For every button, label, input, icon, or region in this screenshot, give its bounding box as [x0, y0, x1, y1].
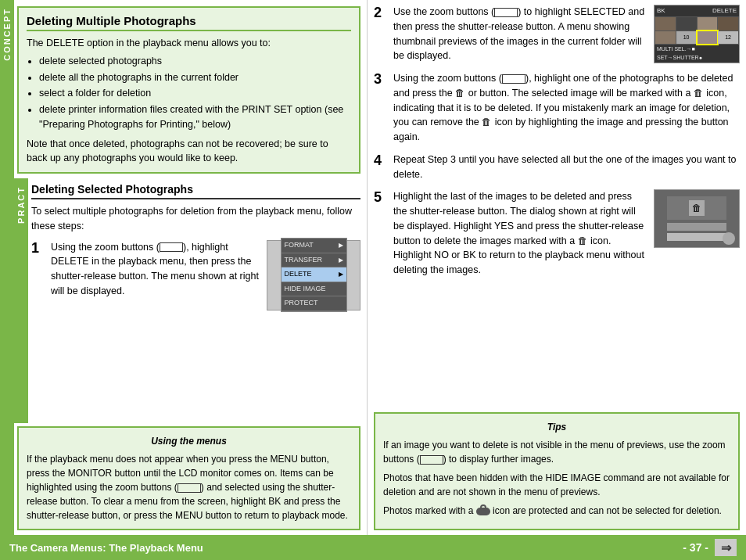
tips-box-right: Tips If an image you want to delete is n… [374, 412, 740, 530]
thumb-rows: 10 12 [655, 16, 739, 45]
left-inner: Deleting Multiple Photographs The DELETE… [14, 0, 367, 535]
tips-right-para3: Photos marked with a icon are protected … [383, 504, 730, 518]
main-content: CONCEPT Deleting Multiple Photographs Th… [0, 0, 746, 535]
concept-side-label: CONCEPT [0, 0, 14, 535]
footer: The Camera Menus: The Playback Menu - 37… [0, 535, 746, 560]
step-5-number: 5 [374, 189, 389, 206]
pract-side-label: PRACT [14, 178, 28, 423]
step-4: 4 Repeat Step 3 until you have selected … [374, 153, 740, 182]
concept-body: The DELETE option in the playback menu a… [27, 36, 351, 166]
step-2: 2 Use the zoom buttons () to highlight S… [374, 5, 740, 63]
step-4-number: 4 [374, 153, 389, 170]
zoom-blank-tips [178, 483, 201, 493]
thumb-6: 10 [676, 31, 697, 45]
pract-intro: To select multiple photographs for delet… [31, 204, 360, 234]
concept-list: delete selected photographs delete all t… [39, 54, 351, 132]
tips-right-para1: If an image you want to delete is not vi… [383, 438, 730, 466]
concept-label-text: CONCEPT [2, 8, 12, 61]
zoom-blank-tips-right [420, 455, 443, 465]
zoom-blank-3 [502, 74, 525, 84]
concept-bullet-1: delete selected photographs [39, 54, 351, 69]
step-4-content: Repeat Step 3 until you have selected al… [393, 153, 740, 182]
step-1-number: 1 [31, 240, 47, 257]
thumb-7 [698, 31, 718, 45]
step-1: 1 Using the zoom buttons (), highlight D… [31, 240, 360, 311]
menu-row-transfer: TRANSFER▶ [282, 253, 346, 268]
thumb-4 [718, 17, 738, 31]
menu-row-delete: DELETE▶ [282, 267, 346, 282]
thumb-1 [655, 17, 676, 31]
footer-title: The Camera Menus: The Playback Menu [9, 542, 203, 554]
concept-bullet-4: delete printer information files created… [39, 102, 351, 132]
step-1-image: FORMAT▶ TRANSFER▶ DELETE▶ HIDE IMAGE PRO… [267, 240, 360, 311]
step-1-body: Using the zoom buttons (), highlight DEL… [51, 242, 259, 296]
step-2-number: 2 [374, 5, 389, 22]
camera-screen-step2: BK DELETE 10 [654, 5, 740, 63]
step-5: 5 Highlight the last of the images to be… [374, 189, 740, 278]
page-wrapper: CONCEPT Deleting Multiple Photographs Th… [0, 0, 746, 560]
thumb-top-bar: BK DELETE [655, 5, 739, 16]
step-1-content: Using the zoom buttons (), highlight DEL… [51, 240, 360, 311]
camera-screen-step5: 🗑 [654, 189, 740, 248]
footer-right: - 37 - ⇒ [683, 539, 737, 556]
step-5-with-image: Highlight the last of the images to be d… [393, 189, 740, 278]
step-5-text: Highlight the last of the images to be d… [393, 189, 647, 278]
zoom-blank-1 [160, 242, 183, 252]
step-2-text: Use the zoom buttons () to highlight SEL… [393, 5, 647, 63]
concept-title: Deleting Multiple Photographs [27, 14, 351, 31]
concept-box: Deleting Multiple Photographs The DELETE… [17, 6, 360, 174]
footer-page: - 37 - [683, 541, 708, 554]
concept-note: Note that once deleted, photographs can … [27, 137, 351, 167]
trash-icon-display: 🗑 [689, 200, 705, 216]
pract-section: PRACT Deleting Selected Photographs To s… [14, 178, 367, 423]
pract-title: Deleting Selected Photographs [31, 183, 360, 199]
thumb-2 [676, 17, 697, 31]
concept-intro: The DELETE option in the playback menu a… [27, 38, 271, 48]
thumb-bottom-bar: MULTI SEL.→■ SET→SHUTTER● [655, 45, 739, 63]
menu-mock: FORMAT▶ TRANSFER▶ DELETE▶ HIDE IMAGE PRO… [281, 238, 347, 312]
step-1-text: Using the zoom buttons (), highlight DEL… [51, 240, 260, 299]
step-1-with-image: Using the zoom buttons (), highlight DEL… [51, 240, 360, 311]
tips-box-left: Using the menus If the playback menu doe… [17, 426, 360, 530]
menu-row-protect: PROTECT [282, 296, 346, 311]
right-column: 2 Use the zoom buttons () to highlight S… [368, 0, 746, 535]
footer-arrow-button[interactable]: ⇒ [715, 539, 737, 556]
step-3-number: 3 [374, 71, 389, 88]
dialog-screen: 🗑 [655, 190, 739, 247]
thumb-grid: BK DELETE 10 [655, 5, 739, 63]
tips-right-para2: Photos that have been hidden with the HI… [383, 471, 730, 499]
step-3: 3 Using the zoom buttons (), highlight o… [374, 71, 740, 145]
menu-row-hide: HIDE IMAGE [282, 282, 346, 297]
pract-label-text: PRACT [16, 186, 26, 224]
dialog-bar-1 [667, 223, 726, 231]
pract-body: To select multiple photographs for delet… [31, 204, 360, 311]
step-2-content: Use the zoom buttons () to highlight SEL… [393, 5, 740, 63]
concept-bullet-3: select a folder for deletion [39, 86, 351, 101]
step-3-content: Using the zoom buttons (), highlight one… [393, 71, 740, 145]
step-5-content: Highlight the last of the images to be d… [393, 189, 740, 278]
tips-left-body: If the playback menu does not appear whe… [27, 452, 351, 522]
camera-button [723, 232, 735, 245]
pract-inner: Deleting Selected Photographs To select … [28, 178, 367, 423]
menu-row-format: FORMAT▶ [282, 239, 346, 253]
thumb-3 [698, 17, 718, 31]
step-2-with-image: Use the zoom buttons () to highlight SEL… [393, 5, 740, 63]
left-column: CONCEPT Deleting Multiple Photographs Th… [0, 0, 368, 535]
tips-left-title: Using the menus [27, 434, 351, 448]
concept-bullet-2: delete all the photographs in the curren… [39, 70, 351, 85]
zoom-blank-2 [494, 8, 518, 17]
tips-right-title: Tips [383, 420, 730, 434]
dialog-icon-area: 🗑 [667, 196, 726, 220]
dialog-bar-2 [667, 233, 726, 241]
thumb-5 [655, 31, 676, 45]
thumb-8: 12 [718, 31, 738, 45]
